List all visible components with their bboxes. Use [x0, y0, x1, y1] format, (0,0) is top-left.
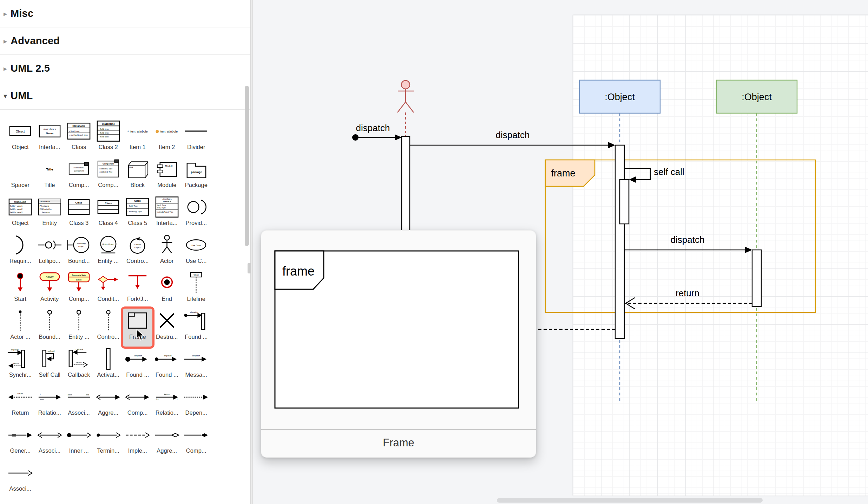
palette-shape-uml-block[interactable]: block Block — [123, 157, 152, 195]
palette-shape-uml-spacer[interactable]: Spacer — [6, 157, 35, 195]
activation-bar-blue[interactable] — [615, 145, 624, 338]
object-box-green[interactable] — [716, 80, 797, 113]
uml-boundary-icon: BoundaryObject — [64, 233, 93, 257]
palette-shape-arrow-terminate[interactable]: Termin... — [94, 422, 123, 460]
palette-shape-uml-class5[interactable]: Class+ field: Type+ method(): Type Class… — [123, 195, 152, 233]
palette-shape-arrow-association[interactable]: Associ... — [6, 460, 35, 498]
palette-shape-uml-found3[interactable]: dispatch Found ... — [152, 347, 182, 385]
palette-shape-uml-sync[interactable]: dispatchreturn Synchr... — [6, 347, 35, 385]
panel-splitter[interactable] — [250, 0, 253, 504]
palette-shape-uml-destruction[interactable]: Destru... — [152, 309, 182, 347]
uml-found3-icon: dispatch — [152, 347, 182, 371]
palette-shape-uml-interface2[interactable]: «interface»Interfacefield1: Typefield2: … — [152, 195, 182, 233]
palette-shape-uml-interface[interactable]: «interface»Name Interfa... — [35, 119, 65, 157]
sidebar-section-advanced[interactable]: ▸ Advanced — [0, 27, 250, 55]
activation-bar-nested[interactable] — [620, 180, 629, 224]
panel-splitter-handle[interactable] — [248, 263, 251, 273]
palette-shape-uml-class[interactable]: Classname+ field: type+ method(type): ty… — [64, 119, 94, 157]
palette-shape-uml-module[interactable]: Module Module — [152, 157, 182, 195]
palette-shape-uml-actor[interactable]: Actor — [152, 233, 182, 271]
palette-shape-uml-callback[interactable]: callbackreturn Callback — [64, 347, 94, 385]
sidebar-section-misc[interactable]: ▸ Misc — [0, 0, 250, 27]
uml-composite-icon: Composite StateSubtitle — [64, 271, 93, 295]
uml-message-icon: dispatch — [182, 347, 211, 371]
svg-text:Object: Object — [194, 274, 199, 276]
arrow-association2-icon: parentchild — [64, 385, 93, 409]
svg-text:self call: self call — [47, 350, 54, 352]
palette-shape-arrow-aggregation2[interactable]: Aggre... — [94, 385, 123, 422]
palette-shape-arrow-relation[interactable]: 1name Relatio... — [35, 385, 65, 422]
uml-activation-icon — [94, 347, 123, 371]
sidebar-section-uml-2-5[interactable]: ▸ UML 2.5 — [0, 55, 250, 82]
palette-shape-uml-composite[interactable]: Composite StateSubtitle Comp... — [64, 271, 94, 309]
palette-shape-uml-required[interactable]: Requir... — [6, 233, 35, 271]
palette-shape-arrow-dependency[interactable]: Depen... — [182, 385, 211, 422]
object-box-blue[interactable] — [579, 80, 660, 113]
uml-fork-icon — [123, 271, 152, 295]
palette-shape-uml-control-lifeline[interactable]: Contro... — [94, 309, 123, 347]
palette-shape-arrow-generalization[interactable]: Gener... — [6, 422, 35, 460]
svg-text:field3 = value3: field3 = value3 — [10, 211, 22, 213]
palette-shape-uml-class4[interactable]: Class Class 4 — [94, 195, 123, 233]
palette-shape-arrow-association2[interactable]: parentchild Associ... — [64, 385, 94, 422]
palette-shape-arrow-relation2[interactable]: Relation0..n1 Relatio... — [152, 385, 182, 422]
palette-shape-uml-component-annotation[interactable]: «Annotation»Component Comp... — [64, 157, 94, 195]
svg-text:Object: Object — [134, 246, 140, 248]
palette-shape-uml-lifeline[interactable]: Object Lifeline — [182, 271, 211, 309]
palette-shape-arrow-implementation[interactable]: Imple... — [123, 422, 152, 460]
palette-shape-uml-condition[interactable]: Condit... — [94, 271, 123, 309]
sidebar-scrollbar-thumb[interactable] — [245, 86, 249, 246]
palette-shape-uml-end[interactable]: End — [152, 271, 182, 309]
palette-shape-arrow-return[interactable]: return Return — [6, 385, 35, 422]
palette-shape-arrow-composition[interactable]: Comp... — [182, 422, 211, 460]
palette-shape-uml-entity-lifeline[interactable]: Entity ... — [64, 309, 94, 347]
palette-shape-uml-control[interactable]: ControlObject Contro... — [123, 233, 152, 271]
sidebar-section-uml[interactable]: ▾ UML — [0, 82, 250, 110]
arrow-association-icon — [6, 460, 35, 485]
palette-shape-uml-divider[interactable]: Divider — [182, 119, 211, 157]
palette-shape-uml-start[interactable]: Start — [6, 271, 35, 309]
activation-bar-green[interactable] — [752, 250, 761, 306]
palette-shape-arrow-inner[interactable]: Inner ... — [64, 422, 94, 460]
svg-text:Classname: Classname — [102, 123, 115, 125]
palette-shape-uml-actor-lifeline[interactable]: Actor ... — [6, 309, 35, 347]
palette-shape-uml-activation[interactable]: Activat... — [94, 347, 123, 385]
palette-shape-arrow-aggregation[interactable]: Aggre... — [152, 422, 182, 460]
horizontal-scrollbar-thumb[interactable] — [497, 498, 763, 503]
arrow-generalization-icon — [6, 422, 35, 447]
sequence-frame-label-tab[interactable] — [545, 160, 595, 186]
palette-shape-uml-class2[interactable]: Classname+ field: type+ field: type+ fie… — [94, 119, 123, 157]
palette-shape-uml-object[interactable]: Object Object — [6, 119, 35, 157]
palette-shape-uml-frame[interactable]: Frame — [123, 309, 152, 347]
uml-item2-icon: item: attribute — [152, 119, 182, 143]
palette-shape-uml-class3[interactable]: Class Class 3 — [64, 195, 94, 233]
palette-shape-uml-fork[interactable]: Fork/J... — [123, 271, 152, 309]
svg-text:Class: Class — [105, 202, 112, 205]
palette-shape-uml-boundary[interactable]: BoundaryObject Bound... — [64, 233, 94, 271]
svg-text:return: return — [13, 362, 19, 364]
uml-control-lifeline-icon — [94, 309, 123, 333]
palette-shape-arrow-composition2[interactable]: Comp... — [123, 385, 152, 422]
palette-shape-uml-lollipop[interactable]: Lollipo... — [35, 233, 65, 271]
palette-shape-uml-found[interactable]: dispatch Found ... — [182, 309, 211, 347]
palette-shape-arrow-association3[interactable]: Associ... — [35, 422, 65, 460]
palette-shape-uml-package[interactable]: package Package — [182, 157, 211, 195]
palette-shape-uml-component2[interactable]: Component+ Attribute1: Type+ Attribute2:… — [94, 157, 123, 195]
palette-shape-uml-found2[interactable]: dispatch Found ... — [123, 347, 152, 385]
palette-shape-uml-usecase[interactable]: Use Case Use C... — [182, 233, 211, 271]
svg-text:Object: Object — [78, 245, 84, 247]
palette-shape-uml-entity[interactable]: TablenamePK uniqueIdFK1 foreignKeyfieldn… — [35, 195, 65, 233]
svg-text:«interface»: «interface» — [162, 198, 172, 200]
palette-shape-uml-provided[interactable]: Provid... — [182, 195, 211, 233]
palette-shape-uml-entity-object[interactable]: Entity Object Entity ... — [94, 233, 123, 271]
uml-sync-icon: dispatchreturn — [6, 347, 35, 371]
palette-shape-uml-boundary-lifeline[interactable]: Bound... — [35, 309, 65, 347]
palette-shape-uml-item2[interactable]: item: attribute Item 2 — [152, 119, 182, 157]
palette-shape-uml-item1[interactable]: + item: attribute Item 1 — [123, 119, 152, 157]
palette-shape-uml-object2[interactable]: Object:Typefield1 = value1field2 = value… — [6, 195, 35, 233]
palette-shape-uml-message[interactable]: dispatch Messa... — [182, 347, 211, 385]
palette-shape-uml-title[interactable]: Title Title — [35, 157, 65, 195]
palette-shape-uml-activity[interactable]: Activity Activity — [35, 271, 65, 309]
arrow-terminate-icon — [94, 422, 123, 447]
palette-shape-uml-selfcall[interactable]: self call Self Call — [35, 347, 65, 385]
